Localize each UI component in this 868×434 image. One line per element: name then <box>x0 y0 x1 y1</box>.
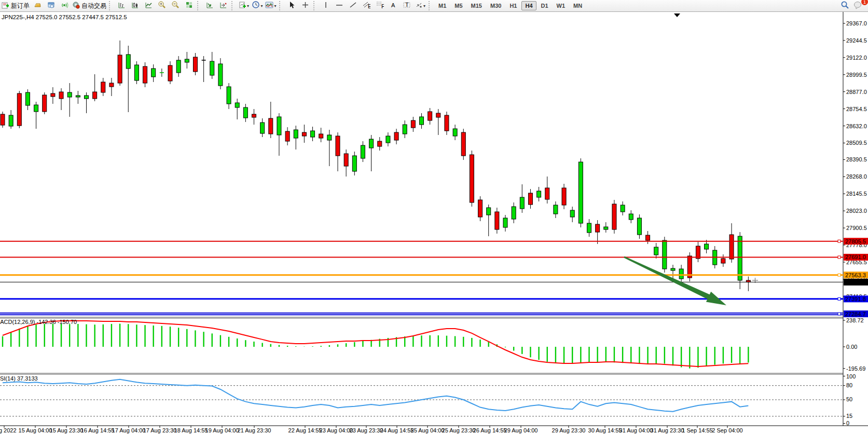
text-label-icon: T <box>403 1 411 11</box>
indicators-button[interactable]: ▾ <box>237 1 251 11</box>
timeframe-m30[interactable]: M30 <box>487 1 505 10</box>
notification-badge: 1 <box>861 0 868 5</box>
bar-chart-button[interactable] <box>115 1 128 11</box>
svg-text:19 Aug 04:00: 19 Aug 04:00 <box>205 427 239 433</box>
dropdown-caret-icon: ▾ <box>260 4 263 8</box>
timeframe-d1[interactable]: D1 <box>538 1 552 10</box>
equidistant-channel-icon: E <box>362 1 370 11</box>
text-label-button[interactable]: T <box>400 1 414 11</box>
crosshair-button[interactable] <box>298 1 312 11</box>
chart-shift-marker[interactable] <box>674 13 680 17</box>
templates-icon <box>265 1 273 11</box>
notifications-button[interactable]: 1 <box>851 1 865 11</box>
svg-text:23 Aug 04:00: 23 Aug 04:00 <box>320 427 353 433</box>
svg-text:24 Aug 14:55: 24 Aug 14:55 <box>380 427 414 433</box>
svg-text:27563.3: 27563.3 <box>845 272 866 278</box>
candlestick-chart-button[interactable] <box>128 1 142 11</box>
toolbar-separator <box>429 1 433 10</box>
market-watch-button[interactable] <box>44 1 58 11</box>
line-anchor-handle <box>838 240 841 242</box>
svg-text:18 Aug 14:55: 18 Aug 14:55 <box>174 427 208 433</box>
toolbar-separator <box>279 1 283 10</box>
cursor-button[interactable] <box>285 1 298 11</box>
signals-button[interactable] <box>58 1 71 11</box>
mt4-window: 新订单 自动交易 <box>0 0 868 434</box>
timeframe-h4[interactable]: H4 <box>521 1 536 10</box>
svg-text:28877.0: 28877.0 <box>846 89 867 95</box>
tile-windows-icon <box>185 1 193 11</box>
svg-text:30 Aug 14:55: 30 Aug 14:55 <box>588 427 622 433</box>
macd-indicator-label: MACD(12,26,9) -142.36 -150.70 <box>0 319 77 325</box>
timeframe-m1[interactable]: M1 <box>435 1 450 10</box>
svg-text:28145.5: 28145.5 <box>846 191 867 197</box>
svg-text:27900.5: 27900.5 <box>846 225 867 231</box>
svg-text:29 Aug 04:00: 29 Aug 04:00 <box>504 427 538 433</box>
svg-text:27284.7: 27284.7 <box>845 311 866 317</box>
vertical-line-button[interactable] <box>319 1 333 11</box>
svg-text:0: 0 <box>846 420 849 426</box>
zoom-in-button[interactable] <box>155 1 169 11</box>
trend-arrow[interactable] <box>624 256 726 305</box>
zoom-out-button[interactable] <box>169 1 182 11</box>
timeframe-h1[interactable]: H1 <box>506 1 520 10</box>
bar-chart-icon <box>118 1 126 11</box>
svg-text:17 Aug 04:00: 17 Aug 04:00 <box>112 427 146 433</box>
equidistant-channel-button[interactable]: E <box>360 1 373 11</box>
templates-button[interactable]: ▾ <box>264 1 278 11</box>
text-button[interactable]: A <box>387 1 400 11</box>
svg-text:29367.0: 29367.0 <box>846 20 867 26</box>
indicators-icon <box>239 1 246 11</box>
periods-button[interactable]: ▾ <box>251 1 264 11</box>
timeframe-m5[interactable]: M5 <box>451 1 466 10</box>
arrows-button[interactable]: ▾ <box>414 1 427 11</box>
history-button[interactable] <box>31 1 44 11</box>
tile-windows-button[interactable] <box>182 1 196 11</box>
horizontal-line-button[interactable] <box>333 1 346 11</box>
trendline-icon <box>349 1 357 11</box>
line-chart-icon <box>145 1 153 11</box>
svg-text:15: 15 <box>846 413 852 419</box>
clock-icon <box>252 1 260 11</box>
auto-scroll-button[interactable] <box>203 1 216 11</box>
rsi-pane: 1008050150 <box>0 373 856 426</box>
chart-title: JPN225-,H4 27525.0 27552.5 27447.5 27512… <box>2 14 127 20</box>
line-chart-button[interactable] <box>142 1 155 11</box>
auto-trading-button[interactable]: 自动交易 <box>71 1 107 11</box>
svg-text:29 Aug 23:30: 29 Aug 23:30 <box>552 427 586 433</box>
chart-shift-button[interactable] <box>216 1 230 11</box>
main-toolbar: 新订单 自动交易 <box>0 0 868 12</box>
chart-canvas[interactable]: 29367.029244.529122.028999.528877.028754… <box>0 12 868 434</box>
svg-text:T: T <box>405 1 409 7</box>
trendline-button[interactable] <box>346 1 360 11</box>
toolbar-separator <box>313 1 318 10</box>
svg-text:-195.69: -195.69 <box>846 365 865 372</box>
svg-text:80: 80 <box>846 382 852 388</box>
cursor-icon <box>288 1 295 11</box>
arrows-icon <box>415 1 423 11</box>
svg-text:29244.5: 29244.5 <box>846 37 867 44</box>
candlestick-chart-icon <box>131 1 139 11</box>
auto-scroll-icon <box>206 1 214 11</box>
new-order-button[interactable]: 新订单 <box>1 1 31 11</box>
timeframe-w1[interactable]: W1 <box>553 1 569 10</box>
line-anchor-handle <box>838 297 841 300</box>
toolbar-separator <box>197 1 201 10</box>
svg-text:28023.0: 28023.0 <box>846 208 867 214</box>
time-axis[interactable]: Aug 202215 Aug 04:0015 Aug 23:3016 Aug 1… <box>0 426 743 433</box>
horizontal-line-icon <box>335 1 343 11</box>
new-order-label: 新订单 <box>11 2 30 10</box>
search-button[interactable] <box>838 1 851 11</box>
fibonacci-icon: F <box>376 1 384 11</box>
svg-text:22 Aug 14:55: 22 Aug 14:55 <box>288 427 322 433</box>
svg-text:28390.5: 28390.5 <box>846 156 867 162</box>
timeframe-m15[interactable]: M15 <box>467 1 486 10</box>
fibonacci-button[interactable]: F <box>373 1 387 11</box>
svg-text:1 Sep 14:55: 1 Sep 14:55 <box>682 427 712 433</box>
macd-pane: 238.720.00-195.69 <box>3 317 865 372</box>
svg-text:28999.5: 28999.5 <box>846 72 867 78</box>
dropdown-caret-icon: ▾ <box>423 4 425 8</box>
candlestick-series <box>1 40 750 291</box>
svg-text:A: A <box>391 2 395 8</box>
timeframe-mn[interactable]: MN <box>570 1 586 10</box>
gold-folder-icon <box>34 1 42 11</box>
